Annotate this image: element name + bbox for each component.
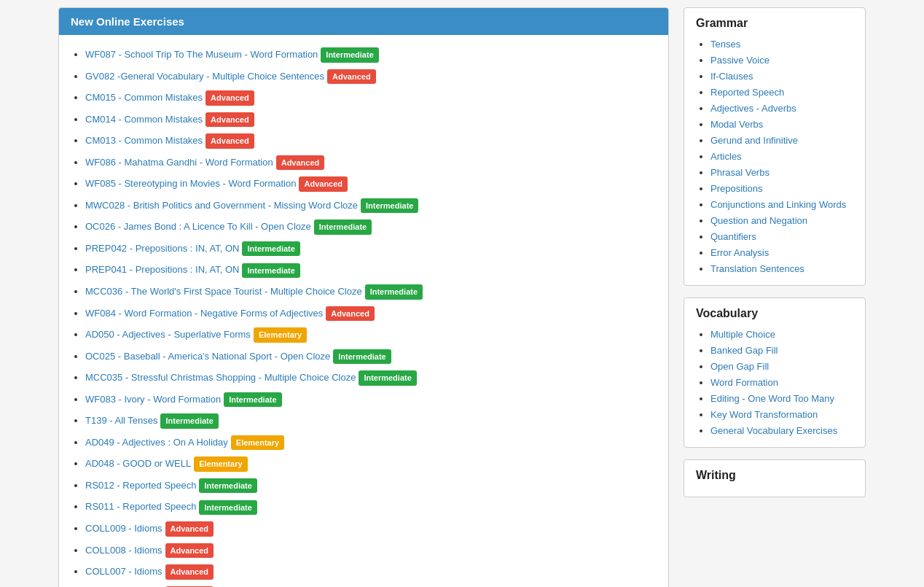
sidebar-item: Phrasal Verbs: [710, 164, 853, 180]
level-badge: Advanced: [205, 112, 254, 128]
sidebar-link[interactable]: Phrasal Verbs: [710, 167, 770, 178]
level-badge: Intermediate: [359, 370, 416, 386]
exercise-link[interactable]: CM015 - Common Mistakes: [85, 92, 203, 103]
sidebar-link[interactable]: Multiple Choice: [710, 329, 775, 340]
level-badge: Intermediate: [242, 263, 299, 279]
list-item: GV082 -General Vocabulary - Multiple Cho…: [85, 66, 657, 88]
list-item: MWC028 - British Politics and Government…: [85, 195, 657, 217]
level-badge: Advanced: [165, 521, 214, 537]
list-item: OC026 - James Bond : A Licence To Kill -…: [85, 216, 657, 238]
list-item: COLL006 - IdiomsAdvanced: [85, 583, 657, 587]
exercises-list: WF087 - School Trip To The Museum - Word…: [59, 35, 668, 587]
sidebar-link[interactable]: Editing - One Word Too Many: [710, 393, 834, 404]
exercise-link[interactable]: MCC036 - The World's First Space Tourist…: [85, 286, 362, 297]
sidebar-link[interactable]: Banked Gap Fill: [710, 345, 778, 356]
sidebar-item: Open Gap Fill: [710, 358, 853, 374]
sidebar-item: Editing - One Word Too Many: [710, 390, 853, 406]
list-item: CM014 - Common MistakesAdvanced: [85, 109, 657, 131]
exercise-link[interactable]: WF087 - School Trip To The Museum - Word…: [85, 49, 318, 60]
sidebar-item: Adjectives - Adverbs: [710, 100, 853, 116]
list-item: COLL007 - IdiomsAdvanced: [85, 561, 657, 583]
level-badge: Intermediate: [333, 349, 391, 365]
exercise-link[interactable]: PREP042 - Prepositions : IN, AT, ON: [85, 243, 239, 254]
exercise-link[interactable]: WF086 - Mahatma Gandhi - Word Formation: [85, 157, 273, 168]
list-item: AD049 - Adjectives : On A HolidayElement…: [85, 432, 657, 454]
level-badge: Advanced: [165, 564, 214, 580]
exercises-box: New Online Exercises WF087 - School Trip…: [58, 7, 669, 587]
writing-section: Writing: [684, 459, 866, 497]
list-item: PREP041 - Prepositions : IN, AT, ONInter…: [85, 259, 657, 281]
exercise-link[interactable]: COLL007 - Idioms: [85, 566, 163, 577]
sidebar-item: Banked Gap Fill: [710, 342, 853, 358]
sidebar-link[interactable]: Error Analysis: [710, 247, 769, 258]
grammar-list: TensesPassive VoiceIf-ClausesReported Sp…: [696, 36, 853, 276]
sidebar-link[interactable]: Modal Verbs: [710, 119, 763, 130]
exercise-link[interactable]: PREP041 - Prepositions : IN, AT, ON: [85, 264, 239, 275]
exercise-link[interactable]: AD050 - Adjectives - Superlative Forms: [85, 329, 251, 340]
level-badge: Advanced: [205, 133, 254, 149]
list-item: COLL008 - IdiomsAdvanced: [85, 540, 657, 561]
sidebar-link[interactable]: Question and Negation: [710, 215, 807, 226]
sidebar-link[interactable]: General Vocabulary Exercises: [710, 425, 837, 436]
sidebar-item: Tenses: [710, 36, 853, 52]
list-item: WF086 - Mahatma Gandhi - Word FormationA…: [85, 152, 657, 174]
sidebar-link[interactable]: Quantifiers: [710, 231, 756, 242]
sidebar-link[interactable]: Translation Sentences: [710, 263, 804, 274]
exercise-link[interactable]: WF084 - Word Formation - Negative Forms …: [85, 308, 323, 319]
level-badge: Elementary: [231, 435, 284, 451]
exercise-link[interactable]: T139 - All Tenses: [85, 415, 157, 426]
sidebar-link[interactable]: Prepositions: [710, 183, 763, 194]
sidebar-item: Prepositions: [710, 180, 853, 196]
exercise-link[interactable]: MWC028 - British Politics and Government…: [85, 200, 358, 211]
exercise-link[interactable]: OC026 - James Bond : A Licence To Kill -…: [85, 221, 311, 232]
level-badge: Intermediate: [160, 413, 218, 429]
exercise-link[interactable]: RS011 - Reported Speech: [85, 501, 196, 512]
sidebar-item: Reported Speech: [710, 84, 853, 100]
list-item: AD048 - GOOD or WELLElementary: [85, 453, 657, 475]
exercise-link[interactable]: AD049 - Adjectives : On A Holiday: [85, 437, 228, 448]
exercise-link[interactable]: WF083 - Ivory - Word Formation: [85, 394, 221, 405]
exercise-link[interactable]: MCC035 - Stressful Christmas Shopping - …: [85, 372, 356, 383]
exercise-link[interactable]: COLL008 - Idioms: [85, 545, 163, 556]
exercise-link[interactable]: WF085 - Stereotyping in Movies - Word Fo…: [85, 178, 296, 189]
level-badge: Elementary: [254, 327, 307, 343]
sidebar-link[interactable]: Passive Voice: [710, 55, 770, 66]
exercises-header: New Online Exercises: [59, 8, 668, 35]
exercise-link[interactable]: GV082 -General Vocabulary - Multiple Cho…: [85, 71, 324, 82]
sidebar-link[interactable]: Adjectives - Adverbs: [710, 103, 796, 114]
sidebar-item: Question and Negation: [710, 212, 853, 228]
sidebar-item: Passive Voice: [710, 52, 853, 68]
sidebar-link[interactable]: If-Clauses: [710, 71, 753, 82]
sidebar-link[interactable]: Tenses: [710, 39, 740, 50]
level-badge: Intermediate: [361, 198, 418, 214]
exercise-link[interactable]: CM013 - Common Mistakes: [85, 135, 203, 146]
sidebar-item: Quantifiers: [710, 228, 853, 244]
list-item: RS011 - Reported SpeechIntermediate: [85, 496, 657, 518]
sidebar-link[interactable]: Key Word Transformation: [710, 409, 818, 420]
sidebar-item: If-Clauses: [710, 68, 853, 84]
sidebar-link[interactable]: Reported Speech: [710, 87, 784, 98]
exercise-link[interactable]: RS012 - Reported Speech: [85, 480, 196, 491]
level-badge: Intermediate: [242, 241, 299, 257]
level-badge: Intermediate: [321, 47, 378, 63]
sidebar-item: Error Analysis: [710, 244, 853, 260]
vocabulary-title: Vocabulary: [696, 307, 853, 320]
sidebar-link[interactable]: Word Formation: [710, 377, 778, 388]
sidebar-link[interactable]: Open Gap Fill: [710, 361, 769, 372]
level-badge: Advanced: [327, 69, 376, 85]
sidebar-link[interactable]: Gerund and Infinitive: [710, 135, 798, 146]
sidebar-link[interactable]: Articles: [710, 151, 742, 162]
list-item: WF084 - Word Formation - Negative Forms …: [85, 303, 657, 324]
exercise-link[interactable]: OC025 - Baseball - America's National Sp…: [85, 351, 330, 362]
sidebar-item: Translation Sentences: [710, 260, 853, 276]
sidebar-item: Conjunctions and Linking Words: [710, 196, 853, 212]
exercise-link[interactable]: CM014 - Common Mistakes: [85, 114, 203, 125]
exercise-link[interactable]: AD048 - GOOD or WELL: [85, 458, 191, 469]
level-badge: Intermediate: [365, 284, 423, 300]
list-item: RS012 - Reported SpeechIntermediate: [85, 475, 657, 497]
exercise-link[interactable]: COLL009 - Idioms: [85, 523, 163, 534]
grammar-title: Grammar: [696, 17, 853, 30]
level-badge: Advanced: [205, 90, 254, 106]
sidebar-link[interactable]: Conjunctions and Linking Words: [710, 199, 846, 210]
level-badge: Intermediate: [199, 500, 257, 516]
